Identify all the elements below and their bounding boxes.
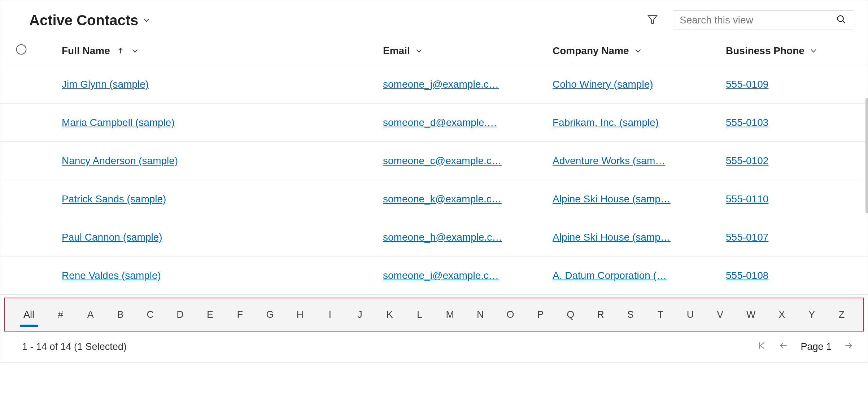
alpha-filter-o[interactable]: O	[503, 303, 518, 327]
contact-name-link[interactable]: Jim Glynn (sample)	[62, 79, 149, 90]
view-title-text: Active Contacts	[29, 12, 138, 28]
table-row[interactable]: Jim Glynn (sample)someone_j@example.c…Co…	[0, 65, 868, 104]
pager: Page 1	[757, 341, 853, 353]
contact-company-link[interactable]: Adventure Works (sam…	[553, 155, 665, 166]
svg-point-3	[16, 45, 26, 54]
alpha-filter-t[interactable]: T	[653, 303, 668, 327]
contact-company-link[interactable]: Coho Winery (sample)	[553, 79, 653, 90]
alpha-filter-n[interactable]: N	[473, 303, 488, 327]
alpha-filter-e[interactable]: E	[203, 303, 217, 327]
table-row[interactable]: Paul Cannon (sample)someone_h@example.c……	[0, 218, 868, 256]
table-row[interactable]: Maria Campbell (sample)someone_d@example…	[0, 104, 868, 142]
alpha-filter-a[interactable]: A	[83, 303, 98, 327]
select-all-checkbox[interactable]	[0, 44, 42, 58]
circle-icon	[16, 44, 27, 58]
alpha-filter-k[interactable]: K	[383, 303, 397, 327]
alpha-filter-b[interactable]: B	[113, 303, 127, 327]
column-label: Email	[383, 45, 410, 57]
alpha-filter-d[interactable]: D	[173, 303, 187, 327]
alpha-filter-y[interactable]: Y	[804, 303, 819, 327]
grid-body: Jim Glynn (sample)someone_j@example.c…Co…	[0, 65, 868, 295]
record-count-status: 1 - 14 of 14 (1 Selected)	[22, 341, 127, 352]
grid-footer: 1 - 14 of 14 (1 Selected) Page 1	[0, 331, 868, 362]
chevron-down-icon[interactable]	[634, 47, 642, 55]
next-page-icon[interactable]	[844, 341, 853, 353]
view-header: Active Contacts	[0, 0, 868, 37]
alpha-filter-#[interactable]: #	[53, 303, 68, 327]
alpha-filter-z[interactable]: Z	[834, 303, 849, 327]
alpha-filter-bar-highlight: All#ABCDEFGHIJKLMNOPQRSTUVWXYZ	[4, 298, 864, 331]
alpha-filter-f[interactable]: F	[233, 303, 247, 327]
column-header-company[interactable]: Company Name	[553, 45, 726, 57]
alpha-filter-i[interactable]: I	[323, 303, 337, 327]
alpha-filter-h[interactable]: H	[293, 303, 307, 327]
column-label: Company Name	[553, 45, 629, 57]
page-label: Page 1	[801, 341, 832, 352]
scrollbar-thumb[interactable]	[865, 98, 868, 213]
contact-company-link[interactable]: Alpine Ski House (samp…	[553, 193, 671, 205]
filter-icon[interactable]	[647, 14, 658, 27]
alpha-filter-x[interactable]: X	[775, 303, 789, 327]
alpha-filter-p[interactable]: P	[533, 303, 548, 327]
column-header-fullname[interactable]: Full Name	[42, 45, 383, 57]
svg-marker-0	[648, 16, 657, 23]
alpha-filter-r[interactable]: R	[593, 303, 608, 327]
column-label: Full Name	[62, 45, 110, 57]
chevron-down-icon	[143, 16, 151, 24]
alpha-filter-g[interactable]: G	[263, 303, 278, 327]
contact-email-link[interactable]: someone_j@example.c…	[383, 79, 499, 90]
contact-email-link[interactable]: someone_i@example.c…	[383, 270, 499, 281]
alpha-filter-q[interactable]: Q	[563, 303, 578, 327]
contact-email-link[interactable]: someone_h@example.c…	[383, 232, 502, 243]
table-row[interactable]: Patrick Sands (sample)someone_k@example.…	[0, 180, 868, 218]
table-row[interactable]: Rene Valdes (sample)someone_i@example.c……	[0, 256, 868, 295]
contact-phone-link[interactable]: 555-0103	[726, 117, 768, 128]
alpha-filter-bar: All#ABCDEFGHIJKLMNOPQRSTUVWXYZ	[5, 298, 863, 331]
chevron-down-icon[interactable]	[810, 47, 817, 55]
table-row[interactable]: Nancy Anderson (sample)someone_c@example…	[0, 142, 868, 180]
contact-name-link[interactable]: Patrick Sands (sample)	[62, 193, 166, 205]
chevron-down-icon[interactable]	[415, 47, 423, 55]
contact-name-link[interactable]: Paul Cannon (sample)	[62, 232, 162, 243]
alpha-filter-m[interactable]: M	[442, 303, 458, 327]
column-label: Business Phone	[726, 45, 804, 57]
alpha-filter-all[interactable]: All	[20, 303, 38, 327]
alpha-filter-j[interactable]: J	[353, 303, 367, 327]
svg-line-2	[843, 21, 845, 23]
alpha-filter-c[interactable]: C	[143, 303, 157, 327]
search-box[interactable]	[673, 10, 853, 30]
contact-phone-link[interactable]: 555-0108	[726, 270, 768, 281]
previous-page-icon[interactable]	[779, 341, 788, 353]
search-input[interactable]	[680, 14, 836, 26]
sort-ascending-icon	[117, 47, 125, 55]
contact-phone-link[interactable]: 555-0110	[726, 193, 768, 205]
contact-company-link[interactable]: Alpine Ski House (samp…	[553, 232, 671, 243]
contact-name-link[interactable]: Nancy Anderson (sample)	[62, 155, 178, 166]
contact-email-link[interactable]: someone_d@example.…	[383, 117, 497, 128]
contact-name-link[interactable]: Rene Valdes (sample)	[62, 270, 161, 281]
contact-email-link[interactable]: someone_c@example.c…	[383, 155, 502, 166]
alpha-filter-s[interactable]: S	[623, 303, 638, 327]
contact-company-link[interactable]: Fabrikam, Inc. (sample)	[553, 117, 659, 128]
grid-header-row: Full Name Email Company Name Business Ph…	[0, 37, 868, 65]
column-header-email[interactable]: Email	[383, 45, 553, 57]
alpha-filter-l[interactable]: L	[413, 303, 427, 327]
contact-phone-link[interactable]: 555-0109	[726, 79, 768, 90]
contact-phone-link[interactable]: 555-0107	[726, 232, 768, 243]
alpha-filter-v[interactable]: V	[713, 303, 727, 327]
view-selector[interactable]: Active Contacts	[29, 12, 151, 28]
contact-phone-link[interactable]: 555-0102	[726, 155, 768, 166]
alpha-filter-w[interactable]: W	[743, 303, 759, 327]
contact-name-link[interactable]: Maria Campbell (sample)	[62, 117, 175, 128]
svg-point-1	[838, 16, 843, 22]
contact-email-link[interactable]: someone_k@example.c…	[383, 193, 502, 205]
alpha-filter-u[interactable]: U	[683, 303, 697, 327]
chevron-down-icon[interactable]	[131, 47, 139, 55]
column-header-phone[interactable]: Business Phone	[726, 45, 849, 57]
first-page-icon[interactable]	[757, 341, 767, 353]
contact-company-link[interactable]: A. Datum Corporation (…	[553, 270, 667, 281]
search-icon[interactable]	[836, 14, 846, 26]
